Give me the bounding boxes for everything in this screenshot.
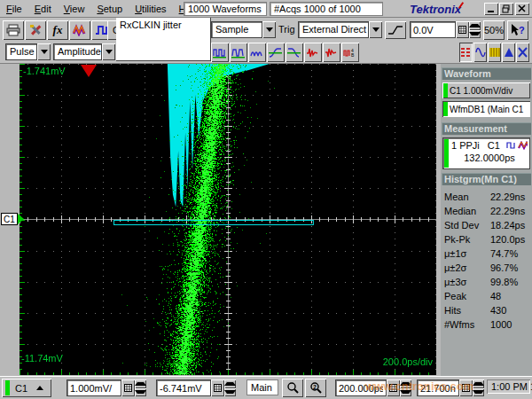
menu-bar: File Edit View Setup Utilities Help 1000… <box>0 0 532 18</box>
chevron-down-icon[interactable] <box>102 43 115 60</box>
stat-row: Mean22.29ns <box>444 190 528 204</box>
stat-value: 120.0ps <box>490 234 525 245</box>
measurement-class-value: Amplitude <box>53 43 102 60</box>
tools-button[interactable] <box>25 20 46 40</box>
set-50-percent-button[interactable]: 50% <box>483 20 505 40</box>
vertical-position-spinner[interactable] <box>224 379 236 396</box>
menu-setup[interactable]: Setup <box>90 2 129 16</box>
measurement-category-dropdown[interactable]: Pulse <box>5 43 51 60</box>
fx-icon: fx <box>53 23 63 37</box>
close-button[interactable] <box>515 3 529 15</box>
acquisition-toolbar: fx C Sample Trig External Direct <box>0 19 532 42</box>
chevron-down-icon[interactable] <box>262 21 276 38</box>
stat-value: 96.7% <box>490 262 518 273</box>
print-button[interactable] <box>3 20 24 40</box>
stat-row: Std Dev18.24ps <box>444 218 528 232</box>
vertical-position-input[interactable] <box>156 379 211 396</box>
rise-time-button[interactable] <box>267 43 285 62</box>
vertical-scale-spinner[interactable] <box>135 379 146 396</box>
stat-label: Peak <box>444 291 490 301</box>
glitch-positive-button[interactable] <box>304 43 322 62</box>
keypad-icon[interactable] <box>387 379 400 396</box>
waveform-display-button[interactable] <box>473 43 487 62</box>
waveform-db1-button[interactable]: WfmDB1 (Main C1 <box>442 101 530 117</box>
spectrum-display-button[interactable] <box>488 43 501 62</box>
keypad-icon[interactable] <box>459 379 473 396</box>
bottom-voltage-label: -11.74mV <box>21 353 63 364</box>
chevron-up-icon <box>36 386 43 390</box>
graticule: -1.741mV -11.74mV 200.0ps/div <box>20 64 436 375</box>
measurement-section-header: Measurement <box>442 122 531 135</box>
eye-diagram-button[interactable] <box>516 43 529 62</box>
chevron-down-icon[interactable] <box>37 43 51 60</box>
rise-curve-icon <box>269 47 283 59</box>
menu-edit[interactable]: Edit <box>28 2 58 16</box>
channel-select-button[interactable]: C1 <box>2 379 51 397</box>
keypad-icon[interactable] <box>211 379 224 396</box>
keypad-icon[interactable] <box>456 21 469 38</box>
period-measure-button[interactable] <box>211 43 229 62</box>
burst-measure-button[interactable] <box>248 43 266 62</box>
trigger-slope-button[interactable] <box>385 21 406 39</box>
acquisition-mode-dropdown[interactable]: Sample <box>211 21 276 38</box>
zoom-button-2[interactable]: 2 <box>305 379 326 397</box>
top-voltage-label: -1.741mV <box>23 66 66 76</box>
trigger-level-input[interactable] <box>410 21 456 38</box>
stats-list: Mean22.29nsMedian22.29nsStd Dev18.24psPk… <box>441 188 532 333</box>
frequency-measure-button[interactable] <box>230 43 247 62</box>
triangle-histogram-icon <box>504 46 514 59</box>
double-pulse-icon <box>231 47 246 59</box>
context-help-button[interactable]: ? <box>507 20 528 40</box>
stat-label: Std Dev <box>444 220 490 231</box>
magnifier-icon <box>286 381 300 395</box>
channel-marker-arrow-icon <box>18 214 24 224</box>
measurement-class-dropdown[interactable]: Amplitude <box>53 43 115 60</box>
zoom-button-1[interactable] <box>282 379 303 397</box>
menu-view[interactable]: View <box>58 2 91 16</box>
trigger-position-marker[interactable] <box>81 65 97 77</box>
tooltip-text: RxCLKIN jitter <box>120 20 182 30</box>
horizontal-scale-spinner[interactable] <box>400 379 411 396</box>
tektronix-logo: Tektronix <box>410 3 461 17</box>
horizontal-scale-input[interactable] <box>335 379 387 396</box>
measurement-category-value: Pulse <box>5 43 37 60</box>
jitter-timing-button[interactable]: 4 B <box>341 43 359 62</box>
glitch-negative-button[interactable] <box>323 43 340 62</box>
trigger-source-dropdown[interactable]: External Direct <box>298 21 382 38</box>
channel-position-marker[interactable]: C1 <box>1 213 24 225</box>
waveform-c1-button[interactable]: C1 1.000mV/div <box>442 82 530 98</box>
stat-row: Pk-Pk120.0ps <box>444 232 528 246</box>
horizontal-position-input[interactable] <box>417 379 459 396</box>
stat-row: Peak48 <box>444 289 528 303</box>
trigger-level-spinner[interactable] <box>469 21 481 38</box>
waveform-db1-label: WfmDB1 (Main C1 <box>450 105 523 114</box>
timebase-mode-readout[interactable]: Main <box>246 379 278 395</box>
horizontal-position-spinner[interactable] <box>473 379 484 396</box>
stat-value: 22.29ns <box>490 192 525 202</box>
menu-file[interactable]: File <box>0 2 28 16</box>
distribution-display-button[interactable] <box>502 43 515 62</box>
histogram-display-button[interactable] <box>459 43 473 62</box>
clock-readout: 1:00 PM 11/7/05 <box>487 379 530 394</box>
restore-button[interactable] <box>499 3 513 15</box>
fall-time-button[interactable] <box>286 43 303 62</box>
burst-wave-icon <box>250 47 264 59</box>
measurement-readout-button[interactable]: 1PPJi C1 132.0000ps <box>442 137 530 169</box>
vertical-scale-input[interactable] <box>66 379 121 396</box>
vertical-scale-field <box>66 379 146 396</box>
bowtie-x-icon <box>518 46 528 59</box>
zigzag-wave-icon <box>73 24 87 36</box>
waveform-math-button[interactable] <box>69 20 90 40</box>
measurement-name: PPJi <box>459 140 480 151</box>
chevron-down-icon[interactable] <box>369 21 382 38</box>
measurement-index: 1 <box>451 140 457 151</box>
menu-utilities[interactable]: Utilities <box>129 2 172 16</box>
stat-value: 22.29ns <box>490 206 525 216</box>
function-button[interactable]: fx <box>47 20 68 40</box>
minimize-button[interactable] <box>484 3 498 15</box>
keypad-icon[interactable] <box>121 379 135 396</box>
waveform-count-readout: 1000 Waveforms <box>184 2 267 16</box>
waveform-display[interactable] <box>20 64 436 375</box>
channel-color-bar <box>443 83 448 98</box>
trigger-level-field <box>410 21 481 38</box>
